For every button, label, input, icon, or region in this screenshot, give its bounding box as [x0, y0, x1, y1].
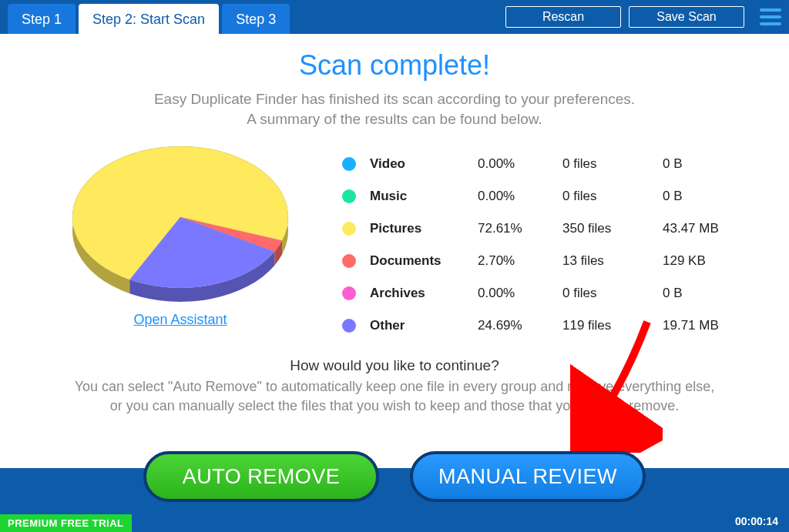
tab-step1[interactable]: Step 1: [8, 4, 76, 34]
legend-files: 0 files: [562, 189, 663, 204]
legend-size: 129 KB: [663, 253, 747, 269]
legend-row: Video0.00%0 files0 B: [342, 148, 747, 180]
legend-percent: 72.61%: [478, 221, 562, 236]
legend-table: Video0.00%0 files0 BMusic0.00%0 files0 B…: [342, 136, 747, 342]
legend-percent: 0.00%: [478, 156, 562, 172]
legend-dot-icon: [342, 157, 356, 171]
step-tabs: Step 1 Step 2: Start Scan Step 3: [8, 4, 290, 34]
legend-files: 350 files: [562, 221, 663, 236]
continue-prompt: How would you like to continue?: [39, 357, 750, 374]
legend-dot-icon: [342, 286, 356, 300]
legend-row: Documents2.70%13 files129 KB: [342, 245, 747, 277]
open-assistant-link[interactable]: Open Assistant: [133, 312, 227, 328]
header-buttons: Rescan Save Scan: [505, 6, 781, 34]
legend-size: 0 B: [663, 156, 747, 172]
legend-name: Archives: [370, 286, 478, 301]
timer-label: 00:00:14: [735, 515, 778, 527]
header-bar: Step 1 Step 2: Start Scan Step 3 Rescan …: [0, 0, 789, 34]
tab-step3[interactable]: Step 3: [222, 4, 290, 34]
legend-row: Other24.69%119 files19.71 MB: [342, 309, 747, 342]
legend-percent: 0.00%: [478, 286, 562, 301]
legend-dot-icon: [342, 254, 356, 268]
legend-percent: 24.69%: [478, 318, 562, 333]
legend-dot-icon: [342, 222, 356, 236]
manual-review-button[interactable]: MANUAL REVIEW: [410, 451, 646, 502]
legend-size: 0 B: [663, 286, 747, 301]
legend-percent: 2.70%: [478, 253, 562, 269]
legend-name: Documents: [370, 253, 478, 269]
legend-files: 119 files: [562, 318, 663, 333]
action-bar: AUTO REMOVE MANUAL REVIEW: [0, 468, 789, 507]
legend-name: Other: [370, 318, 478, 333]
page-subtitle: Easy Duplicate Finder has finished its s…: [39, 89, 750, 129]
main-content: Scan complete! Easy Duplicate Finder has…: [0, 34, 789, 415]
legend-files: 13 files: [562, 253, 663, 269]
legend-dot-icon: [342, 319, 356, 333]
legend-files: 0 files: [562, 156, 663, 172]
legend-name: Pictures: [370, 221, 478, 236]
legend-row: Music0.00%0 files0 B: [342, 180, 747, 212]
legend-size: 0 B: [663, 189, 747, 204]
pie-chart: [57, 136, 304, 306]
legend-files: 0 files: [562, 286, 663, 301]
legend-dot-icon: [342, 189, 356, 203]
menu-icon[interactable]: [760, 8, 781, 25]
continue-description: You can select "Auto Remove" to automati…: [39, 377, 750, 415]
page-title: Scan complete!: [39, 49, 750, 82]
footer-bar: PREMIUM FREE TRIAL 00:00:14: [0, 507, 789, 532]
legend-percent: 0.00%: [478, 189, 562, 204]
auto-remove-button[interactable]: AUTO REMOVE: [143, 451, 379, 502]
legend-name: Video: [370, 156, 478, 172]
trial-badge: PREMIUM FREE TRIAL: [0, 514, 132, 532]
legend-size: 19.71 MB: [663, 318, 747, 333]
tab-step2[interactable]: Step 2: Start Scan: [79, 4, 219, 34]
legend-row: Pictures72.61%350 files43.47 MB: [342, 212, 747, 245]
legend-size: 43.47 MB: [663, 221, 747, 236]
save-scan-button[interactable]: Save Scan: [629, 6, 744, 28]
rescan-button[interactable]: Rescan: [505, 6, 621, 28]
legend-name: Music: [370, 189, 478, 204]
legend-row: Archives0.00%0 files0 B: [342, 277, 747, 309]
